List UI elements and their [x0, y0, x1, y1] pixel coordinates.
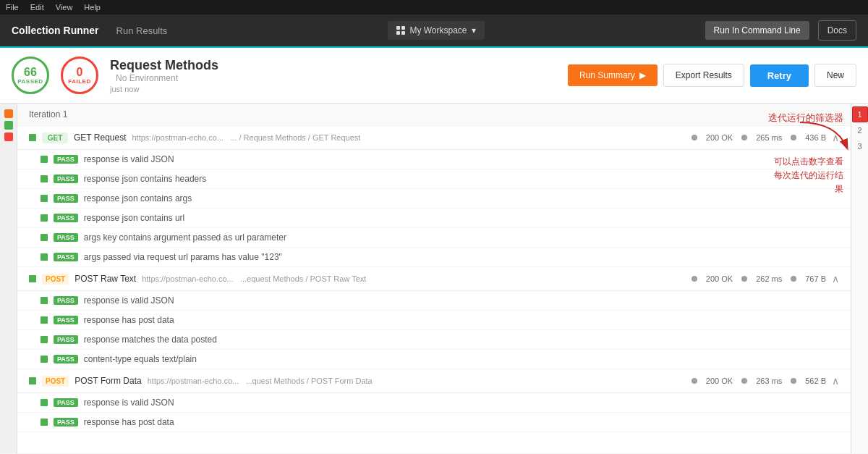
- nav-left: Collection Runner Run Results: [12, 22, 167, 39]
- retry-button[interactable]: Retry: [750, 64, 809, 87]
- request-name-0: GET Request: [74, 133, 126, 143]
- collapse-chevron[interactable]: ∧: [832, 375, 839, 387]
- test-row: PASS response matches the data posted: [17, 330, 851, 350]
- main-content: Iteration 1 GET GET Request https://post…: [0, 104, 868, 453]
- pass-badge: PASS: [54, 233, 78, 242]
- time-dot: [741, 378, 747, 384]
- pass-badge: PASS: [54, 155, 78, 164]
- method-badge-post: POST: [42, 274, 69, 285]
- size-text: 767 B: [805, 274, 826, 283]
- pass-indicator: [29, 377, 36, 384]
- sidebar-icon-1: [4, 109, 13, 118]
- test-row: PASS response is valid JSON: [17, 150, 851, 169]
- pass-icon: [41, 356, 48, 363]
- status-dot: [692, 276, 697, 282]
- workspace-label: My Workspace: [409, 25, 467, 35]
- test-name: response is valid JSON: [84, 154, 174, 164]
- test-row: PASS args key contains argument passed a…: [17, 228, 851, 248]
- request-row[interactable]: GET GET Request https://postman-echo.co.…: [17, 126, 851, 150]
- pass-icon: [41, 253, 48, 261]
- failed-circle: 0 FAILED: [61, 56, 98, 94]
- results-area: Iteration 1 GET GET Request https://post…: [17, 104, 851, 453]
- chevron-down-icon: ▾: [472, 25, 476, 35]
- menu-bar: File Edit View Help: [0, 0, 868, 14]
- run-summary-button[interactable]: Run Summary ▶: [568, 64, 658, 86]
- test-row: PASS content-type equals text/plain: [17, 350, 851, 369]
- test-row: PASS response json contains url: [17, 209, 851, 228]
- nav-center: My Workspace ▾: [388, 21, 484, 40]
- size-dot: [791, 135, 796, 140]
- nav-right: Run In Command Line Docs: [705, 20, 856, 41]
- pass-badge: PASS: [54, 253, 78, 261]
- test-name: response json contains url: [84, 213, 184, 223]
- pass-badge: PASS: [54, 418, 78, 426]
- pass-badge: PASS: [54, 316, 78, 324]
- export-results-button[interactable]: Export Results: [663, 64, 744, 87]
- pass-icon: [41, 156, 48, 163]
- menu-edit[interactable]: Edit: [30, 3, 44, 12]
- top-nav: Collection Runner Run Results My Workspa…: [0, 14, 868, 48]
- test-name: response is valid JSON: [84, 398, 174, 408]
- run-stats: 66 PASSED 0 FAILED Request Methods No En…: [12, 56, 218, 94]
- time-text: 265 ms: [756, 133, 782, 142]
- status-200: 200 OK: [706, 377, 733, 385]
- iteration-header: Iteration 1: [17, 104, 851, 126]
- grid-icon: [396, 26, 405, 35]
- run-in-command-line-button[interactable]: Run In Command Line: [705, 21, 809, 40]
- pass-icon: [41, 297, 48, 304]
- test-name: response has post data: [84, 417, 174, 427]
- run-time: just now: [110, 85, 218, 93]
- docs-button[interactable]: Docs: [818, 20, 856, 41]
- run-name: Request Methods: [110, 58, 218, 73]
- pass-badge: PASS: [54, 398, 78, 407]
- workspace-button[interactable]: My Workspace ▾: [388, 21, 484, 40]
- menu-file[interactable]: File: [6, 3, 19, 12]
- size-text: 436 B: [805, 133, 826, 142]
- test-row: PASS response json contains args: [17, 189, 851, 209]
- request-url-2: https://postman-echo.co... ...quest Meth…: [148, 377, 692, 385]
- new-button[interactable]: New: [814, 64, 856, 87]
- test-row: PASS response has post data: [17, 413, 851, 432]
- method-badge-get: GET: [42, 133, 68, 143]
- iteration-1-button[interactable]: 1: [852, 106, 868, 122]
- iteration-2-button[interactable]: 2: [852, 122, 868, 138]
- pass-badge: PASS: [54, 194, 78, 203]
- collapse-chevron[interactable]: ∧: [832, 132, 839, 143]
- request-meta-1: 200 OK 262 ms 767 B: [692, 274, 826, 283]
- iteration-3-button[interactable]: 3: [852, 138, 868, 154]
- failed-label: FAILED: [68, 78, 90, 85]
- menu-help[interactable]: Help: [84, 3, 101, 12]
- status-dot: [692, 135, 697, 140]
- request-row[interactable]: POST POST Raw Text https://postman-echo.…: [17, 267, 851, 291]
- test-name: content-type equals text/plain: [84, 354, 197, 364]
- pass-icon: [41, 175, 48, 182]
- pass-badge: PASS: [54, 335, 78, 344]
- test-name: response is valid JSON: [84, 295, 174, 306]
- menu-view[interactable]: View: [56, 3, 73, 12]
- status-200: 200 OK: [706, 133, 733, 142]
- size-text: 562 B: [805, 377, 826, 385]
- size-dot: [791, 378, 796, 384]
- status-200: 200 OK: [706, 274, 733, 283]
- passed-count: 66: [24, 67, 37, 78]
- test-name: response json contains args: [84, 193, 192, 203]
- collapse-chevron[interactable]: ∧: [832, 273, 839, 285]
- test-name: response matches the data posted: [84, 335, 217, 345]
- test-row: PASS response json contains headers: [17, 169, 851, 189]
- app-title: Collection Runner: [12, 25, 99, 36]
- action-buttons: Run Summary ▶ Export Results Retry New: [568, 64, 856, 87]
- run-results-tab[interactable]: Run Results: [116, 22, 168, 39]
- test-name: response has post data: [84, 315, 174, 325]
- pass-badge: PASS: [54, 175, 78, 183]
- pass-icon: [41, 336, 48, 343]
- pass-icon: [41, 316, 48, 324]
- arrow-icon: ▶: [639, 70, 646, 80]
- request-name-1: POST Raw Text: [75, 274, 136, 284]
- pass-badge: PASS: [54, 296, 78, 305]
- time-dot: [741, 276, 747, 282]
- sidebar-icon-3: [4, 133, 13, 141]
- request-row[interactable]: POST POST Form Data https://postman-echo…: [17, 369, 851, 393]
- sub-header: 66 PASSED 0 FAILED Request Methods No En…: [0, 48, 868, 104]
- size-dot: [791, 276, 796, 282]
- pass-icon: [41, 195, 48, 202]
